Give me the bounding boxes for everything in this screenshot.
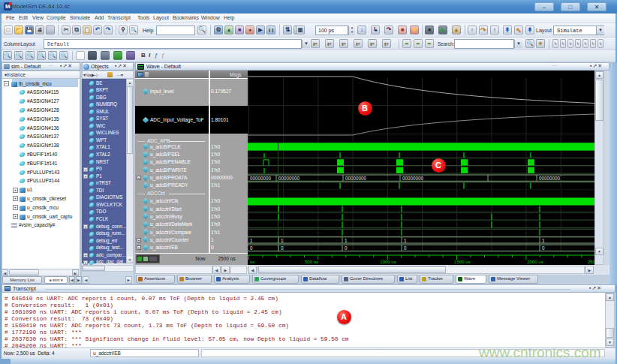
svg-text:500 us: 500 us	[305, 260, 318, 264]
svg-text:00000000: 00000000	[250, 176, 272, 181]
svg-text:0: 0	[281, 245, 284, 251]
svg-text:00000000: 00000000	[402, 176, 424, 181]
svg-text:0: 0	[542, 245, 545, 251]
svg-text:0: 0	[250, 245, 253, 251]
svg-text:us: us	[250, 260, 254, 264]
svg-text:1: 1	[250, 238, 253, 243]
svg-text:00000000: 00000000	[278, 176, 300, 181]
svg-text:1: 1	[542, 238, 545, 243]
svg-text:2000 us: 2000 us	[527, 260, 543, 264]
svg-text:00000000: 00000000	[345, 176, 367, 181]
svg-text:0: 0	[404, 245, 407, 251]
svg-text:1000 us: 1000 us	[380, 260, 396, 264]
svg-text:1: 1	[345, 238, 348, 243]
svg-text:0: 0	[345, 245, 348, 251]
svg-text:2500: 2500	[588, 260, 594, 264]
svg-text:1500 us: 1500 us	[454, 260, 470, 264]
svg-text:1: 1	[281, 238, 284, 243]
svg-text:00000000: 00000000	[539, 176, 561, 181]
svg-text:1: 1	[404, 238, 407, 243]
